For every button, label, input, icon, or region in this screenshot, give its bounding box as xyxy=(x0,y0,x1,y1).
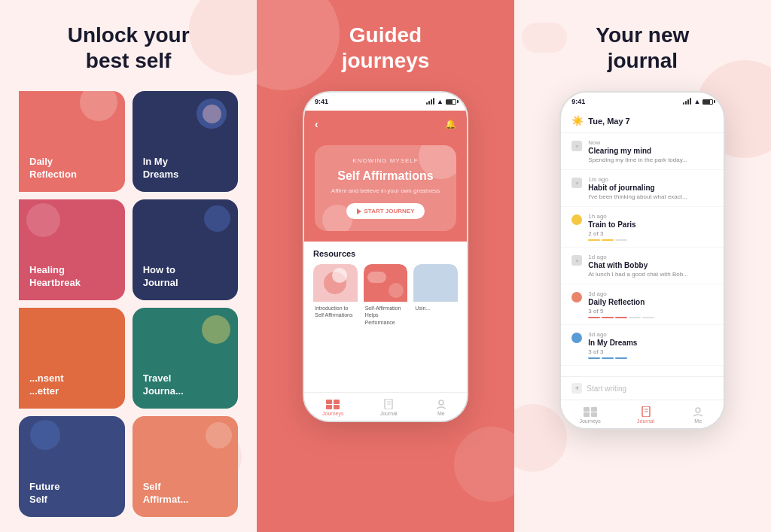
entry-time-2: 1m ago xyxy=(588,176,713,183)
card-daily-reflection[interactable]: DailyReflection xyxy=(19,91,125,192)
card-label: SelfAffirmat... xyxy=(143,481,228,506)
nav-me-3[interactable]: Me xyxy=(690,406,705,424)
entry-progress-6 xyxy=(588,357,713,359)
bell-icon[interactable]: 🔔 xyxy=(445,119,456,129)
svg-rect-2 xyxy=(326,405,332,409)
nav-me[interactable]: Me xyxy=(434,399,449,416)
panel-journeys: Guided journeys 9:41 ▲ ‹ 🔔 xyxy=(257,0,513,532)
journey-card: KNOWING MYSELF Self Affirmations Affirm … xyxy=(315,145,456,231)
journal-input-area[interactable]: + Start writing xyxy=(561,376,724,400)
journeys-icon-3 xyxy=(583,406,598,417)
deco-blob-3 xyxy=(257,0,340,90)
journal-entry-habit[interactable]: ≡ 1m ago Habit of journaling I've been t… xyxy=(561,170,724,207)
card-self-affirmations[interactable]: SelfAffirmat... xyxy=(133,416,239,517)
nav-label-journeys-3: Journeys xyxy=(579,418,600,424)
me-icon-3 xyxy=(690,406,705,417)
journal-entry-train[interactable]: 1h ago Train to Paris 2 of 3 xyxy=(561,207,724,248)
deco-blob-7 xyxy=(522,23,567,53)
card-consent[interactable]: ...nsent...etter xyxy=(19,308,125,409)
resource-card-3[interactable]: Usin... xyxy=(413,264,458,328)
card-label: ...nsent...etter xyxy=(29,372,114,398)
time-display-2: 9:41 xyxy=(571,98,585,105)
card-future-self[interactable]: FutureSelf xyxy=(19,416,125,517)
entry-progress-3 xyxy=(588,239,713,241)
start-btn-label: START JOURNEY xyxy=(364,208,415,214)
status-bar-2: 9:41 ▲ xyxy=(561,93,724,111)
thumb-deco-4 xyxy=(389,283,404,298)
nav-journeys-3[interactable]: Journeys xyxy=(579,406,600,424)
journey-header: ‹ 🔔 KNOWING MYSELF Self Affirmations Aff… xyxy=(304,111,467,242)
svg-rect-10 xyxy=(584,412,590,417)
progress-dot xyxy=(615,317,627,318)
svg-point-7 xyxy=(439,400,443,405)
progress-dot xyxy=(588,317,600,318)
journal-list: ≡ Now Clearing my mind Spending my time … xyxy=(561,133,724,376)
svg-rect-8 xyxy=(584,407,590,412)
entry-icon-1: ≡ xyxy=(571,141,582,151)
card-healing[interactable]: HealingHeartbreak xyxy=(19,199,125,300)
entry-time-6: 3d ago xyxy=(588,331,713,338)
card-how-journal[interactable]: How toJournal xyxy=(133,199,239,300)
card-deco xyxy=(202,315,230,344)
panel-2-title: Guided journeys xyxy=(342,23,430,73)
panel-1-title: Unlock your best self xyxy=(68,23,190,73)
entry-preview-4: At lunch I had a good chat with Bob... xyxy=(588,271,713,278)
signal-icon-2 xyxy=(683,99,691,105)
journey-nav: ‹ 🔔 xyxy=(315,118,456,130)
resource-card-2[interactable]: Self-Affirmation Helps Performance xyxy=(364,264,408,328)
journal-date-row: ☀️ Tue, May 7 xyxy=(571,115,713,126)
battery-icon xyxy=(446,99,456,105)
back-button[interactable]: ‹ xyxy=(315,118,318,130)
entry-content-2: 1m ago Habit of journaling I've been thi… xyxy=(588,176,713,200)
journal-input[interactable]: Start writing xyxy=(587,385,626,393)
entry-title-1: Clearing my mind xyxy=(588,147,713,155)
entry-title-5: Daily Reflection xyxy=(588,298,713,306)
journal-entry-reflection[interactable]: 3d ago Daily Reflection 3 of 5 xyxy=(561,284,724,325)
write-icon: + xyxy=(571,383,582,394)
journal-entry-dreams[interactable]: 3d ago In My Dreams 3 of 3 xyxy=(561,325,724,366)
entry-preview-2: I've been thinking about what exact... xyxy=(588,193,713,200)
nav-label-journal-3: Journal xyxy=(637,418,654,424)
card-label: In MyDreams xyxy=(143,156,228,181)
journal-entry-bobby[interactable]: ≡ 1d ago Chat with Bobby At lunch I had … xyxy=(561,248,724,284)
journey-description: Affirm and believe in your own greatness xyxy=(327,187,444,194)
journal-date: Tue, May 7 xyxy=(588,117,629,126)
card-in-my-dreams[interactable]: In MyDreams xyxy=(133,91,239,192)
phone-mockup-journeys: 9:41 ▲ ‹ 🔔 xyxy=(303,91,468,422)
time-display: 9:41 xyxy=(315,98,328,105)
deco-blob-4 xyxy=(454,427,514,502)
resources-title: Resources xyxy=(313,249,458,258)
svg-rect-1 xyxy=(334,400,340,404)
card-label: How toJournal xyxy=(143,264,228,290)
nav-journal[interactable]: Journal xyxy=(380,399,398,416)
journal-icon-3 xyxy=(638,406,654,417)
entry-time-5: 3d ago xyxy=(588,290,713,297)
entry-icon-2: ≡ xyxy=(571,178,582,188)
panel-unlock: Unlock your best self DailyReflection In… xyxy=(0,0,257,532)
status-icons-2: ▲ xyxy=(683,98,713,105)
entry-dot-3 xyxy=(571,214,582,225)
nav-journal-3[interactable]: Journal xyxy=(637,406,654,424)
card-label: TravelJourna... xyxy=(143,372,228,398)
wifi-icon: ▲ xyxy=(437,98,443,105)
start-journey-button[interactable]: START JOURNEY xyxy=(346,203,425,219)
journal-entry-clearing[interactable]: ≡ Now Clearing my mind Spending my time … xyxy=(561,133,724,170)
resource-card-1[interactable]: Introduction to Self Affirmations xyxy=(313,264,358,328)
sun-icon: ☀️ xyxy=(571,115,584,126)
card-label: FutureSelf xyxy=(29,481,114,506)
svg-rect-0 xyxy=(326,400,332,404)
card-travel[interactable]: TravelJourna... xyxy=(133,308,239,409)
me-icon xyxy=(434,399,449,409)
svg-rect-3 xyxy=(334,405,340,409)
entry-time-3: 1h ago xyxy=(588,213,713,220)
journal-header: ☀️ Tue, May 7 xyxy=(561,111,724,133)
cards-grid: DailyReflection In MyDreams HealingHeart… xyxy=(15,91,242,517)
card-label: HealingHeartbreak xyxy=(29,264,114,290)
nav-journeys[interactable]: Journeys xyxy=(322,399,343,416)
progress-dot xyxy=(588,357,600,359)
entry-content-4: 1d ago Chat with Bobby At lunch I had a … xyxy=(588,254,713,278)
card-deco xyxy=(80,91,117,121)
bottom-nav-journeys: Journeys Journal xyxy=(304,392,467,421)
entry-preview-6: 3 of 3 xyxy=(588,348,713,355)
entry-title-4: Chat with Bobby xyxy=(588,261,713,269)
